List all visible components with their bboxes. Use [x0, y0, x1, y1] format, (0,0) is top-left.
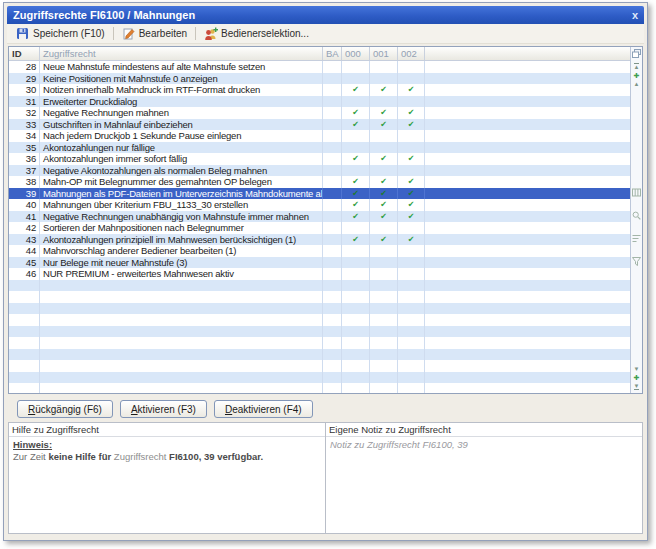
row-filler-cell — [425, 280, 630, 292]
table-row[interactable]: 42 Sortieren der Mahnpositionen nach Bel… — [9, 222, 630, 234]
row-id-cell: 41 — [9, 211, 40, 223]
row-000-cell — [342, 314, 370, 326]
table-row[interactable]: 30 Notizen innerhalb Mahndruck im RTF-Fo… — [9, 84, 630, 96]
row-002-cell — [398, 314, 425, 326]
table-row[interactable]: 33 Gutschriften in Mahnlauf einbeziehen … — [9, 119, 630, 131]
table-row[interactable]: 35 Akontozahlungen nur fällige — [9, 142, 630, 154]
scroll-down-icon[interactable]: ▼ — [634, 366, 640, 372]
table-row[interactable] — [9, 314, 630, 326]
table-row[interactable]: 36 Akontozahlungen immer sofort fällig ✔… — [9, 153, 630, 165]
scroll-to-bottom-icon[interactable]: ▼ — [634, 383, 640, 390]
close-icon[interactable]: x — [632, 10, 638, 21]
table-row[interactable]: 34 Nach jedem Druckjob 1 Sekunde Pause e… — [9, 130, 630, 142]
table-row[interactable] — [9, 349, 630, 361]
table-row[interactable] — [9, 326, 630, 338]
table-row[interactable]: 43 Akontozahlungen prinzipiell im Mahnwe… — [9, 234, 630, 246]
row-002-cell — [398, 73, 425, 85]
row-id-cell — [9, 326, 40, 338]
row-002-cell — [398, 268, 425, 280]
row-filler-cell — [425, 61, 630, 73]
row-ba-cell — [323, 234, 342, 246]
table-row[interactable]: 46 NUR PREMIUM - erweitertes Mahnwesen a… — [9, 268, 630, 280]
row-000-cell: ✔ — [342, 234, 370, 246]
scroll-add-bottom-icon[interactable]: ✚ — [634, 374, 640, 381]
row-id-cell: 43 — [9, 234, 40, 246]
table-row[interactable] — [9, 303, 630, 315]
table-columns-icon[interactable] — [632, 183, 641, 201]
row-text-cell: NUR PREMIUM - erweitertes Mahnwesen akti… — [40, 268, 323, 280]
table-row[interactable]: 41 Negative Rechnungen unabhängig von Ma… — [9, 211, 630, 223]
column-header-001[interactable]: 001 — [370, 47, 398, 60]
row-002-cell — [398, 349, 425, 361]
undo-button[interactable]: Rückgängig (F6) — [17, 400, 113, 418]
scroll-add-top-icon[interactable]: ✚ — [634, 72, 640, 79]
row-001-cell — [370, 142, 398, 154]
row-text-cell: Notizen innerhalb Mahndruck im RTF-Forma… — [40, 84, 323, 96]
scroll-to-top-icon[interactable]: ▲ — [634, 63, 640, 70]
row-text-cell: Nach jedem Druckjob 1 Sekunde Pause einl… — [40, 130, 323, 142]
table-row[interactable]: 37 Negative Akontozahlungen als normalen… — [9, 165, 630, 177]
row-filler-cell — [425, 153, 630, 165]
sort-icon[interactable] — [632, 229, 641, 247]
row-filler-cell — [425, 107, 630, 119]
row-text-cell — [40, 372, 323, 384]
table-row[interactable]: 40 Mahnungen über Kriterium FBU_1133_30 … — [9, 199, 630, 211]
save-button[interactable]: Speichern (F10) — [11, 26, 110, 41]
row-002-cell — [398, 96, 425, 108]
row-id-cell — [9, 383, 40, 393]
toolbar: Speichern (F10) Bearbeiten Bedienerselek… — [7, 24, 644, 44]
row-000-cell: ✔ — [342, 84, 370, 96]
table-row[interactable] — [9, 337, 630, 349]
table-row[interactable]: 29 Keine Positionen mit Mahnstufe 0 anze… — [9, 73, 630, 85]
column-header-ba[interactable]: BA — [323, 47, 342, 60]
activate-button[interactable]: Aktivieren (F3) — [120, 400, 207, 418]
row-ba-cell — [323, 326, 342, 338]
table-row[interactable]: 39 Mahnungen als PDF-Dateien im Unterver… — [9, 188, 630, 200]
note-panel-body[interactable]: Notiz zu Zugriffsrecht FI6100, 39 — [326, 437, 642, 533]
column-header-002[interactable]: 002 — [398, 47, 425, 60]
table-row[interactable] — [9, 291, 630, 303]
row-001-cell — [370, 245, 398, 257]
column-chooser-icon[interactable] — [632, 47, 641, 60]
table-row[interactable] — [9, 372, 630, 384]
table-row[interactable]: 44 Mahnvorschlag anderer Bediener bearbe… — [9, 245, 630, 257]
row-002-cell: ✔ — [398, 153, 425, 165]
row-001-cell — [370, 165, 398, 177]
title-bar[interactable]: Zugriffsrechte FI6100 / Mahnungen x — [7, 6, 644, 24]
row-text-cell: Akontozahlungen prinzipiell im Mahnwesen… — [40, 234, 323, 246]
row-000-cell — [342, 245, 370, 257]
table-row[interactable]: 45 Nur Belege mit neuer Mahnstufe (3) — [9, 257, 630, 269]
table-row[interactable] — [9, 360, 630, 372]
row-id-cell: 39 — [9, 188, 40, 200]
vertical-scrollbar[interactable]: ▲ ✚ ▲ ▼ ✚ ▼ — [630, 47, 642, 393]
row-filler-cell — [425, 211, 630, 223]
table-row[interactable]: 31 Erweiterter Druckdialog — [9, 96, 630, 108]
user-selection-button[interactable]: Bedienerselektion... — [199, 26, 314, 41]
row-text-cell: Gutschriften in Mahnlauf einbeziehen — [40, 119, 323, 131]
table-row[interactable]: 32 Negative Rechnungen mahnen ✔ ✔ ✔ — [9, 107, 630, 119]
row-ba-cell — [323, 257, 342, 269]
table-row[interactable] — [9, 280, 630, 292]
table-row[interactable] — [9, 383, 630, 393]
row-id-cell: 45 — [9, 257, 40, 269]
row-001-cell — [370, 372, 398, 384]
edit-button-label: Bearbeiten — [139, 28, 187, 39]
table-row[interactable]: 38 Mahn-OP mit Belegnummer des gemahnten… — [9, 176, 630, 188]
row-filler-cell — [425, 360, 630, 372]
scroll-up-icon[interactable]: ▲ — [634, 81, 640, 87]
column-header-000[interactable]: 000 — [342, 47, 370, 60]
row-id-cell: 33 — [9, 119, 40, 131]
row-id-cell — [9, 337, 40, 349]
column-header-zugriffsrecht[interactable]: Zugriffsrecht — [40, 47, 323, 60]
search-icon[interactable] — [632, 206, 641, 224]
column-header-id[interactable]: ID — [9, 47, 40, 60]
filter-icon[interactable] — [632, 252, 641, 270]
edit-button[interactable]: Bearbeiten — [117, 26, 192, 41]
row-001-cell — [370, 257, 398, 269]
row-id-cell: 35 — [9, 142, 40, 154]
row-ba-cell — [323, 372, 342, 384]
deactivate-button[interactable]: Deaktivieren (F4) — [214, 400, 313, 418]
row-filler-cell — [425, 176, 630, 188]
row-id-cell — [9, 303, 40, 315]
table-row[interactable]: 28 Neue Mahnstufe mindestens auf alte Ma… — [9, 61, 630, 73]
